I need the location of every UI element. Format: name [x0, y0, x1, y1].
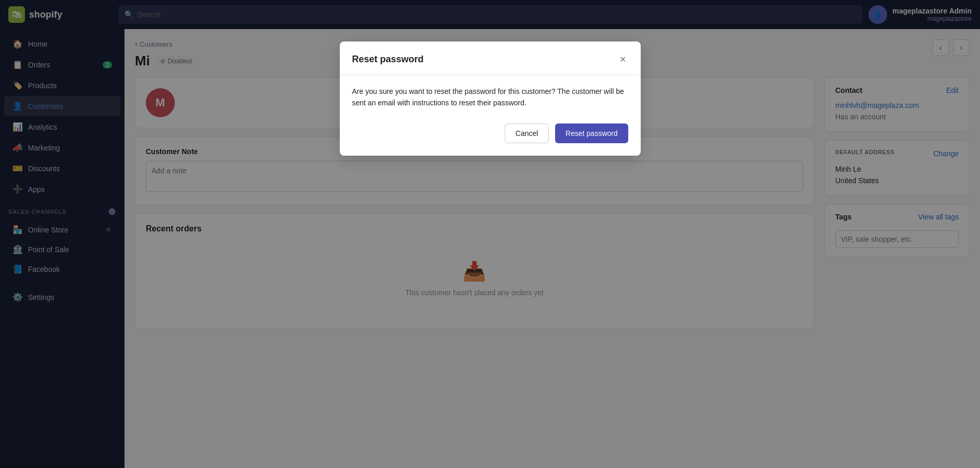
cancel-button[interactable]: Cancel: [505, 123, 549, 143]
modal-title: Reset password: [352, 54, 424, 65]
modal-close-button[interactable]: ×: [618, 52, 628, 66]
modal-footer: Cancel Reset password: [340, 123, 641, 156]
modal-overlay: Reset password × Are you sure you want t…: [0, 0, 980, 468]
modal-body: Are you sure you want to reset the passw…: [340, 75, 641, 123]
reset-password-modal: Reset password × Are you sure you want t…: [340, 42, 641, 156]
modal-header: Reset password ×: [340, 42, 641, 75]
reset-password-button[interactable]: Reset password: [555, 123, 628, 143]
modal-body-text: Are you sure you want to reset the passw…: [352, 86, 628, 109]
